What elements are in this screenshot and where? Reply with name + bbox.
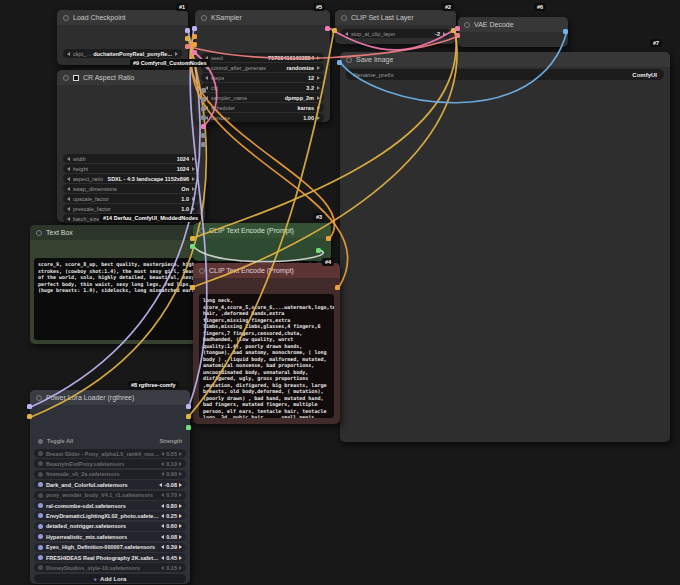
- strength-down-icon[interactable]: [161, 493, 164, 497]
- node-header[interactable]: Load Checkpoint: [57, 10, 188, 25]
- slot-model-output[interactable]: [185, 28, 190, 33]
- slot-latent-output[interactable]: [325, 26, 330, 31]
- prev-arrow-icon[interactable]: [67, 167, 70, 171]
- negative-prompt-textarea[interactable]: long neck, score_4,score_5,score_6,...wa…: [199, 294, 334, 418]
- aspect-ratio-widget[interactable]: aspect_ratioSDXL - 4:3 landscape 1152x89…: [63, 174, 199, 183]
- lora-row[interactable]: finenude_v0_2a.safetensors0.90: [34, 470, 186, 479]
- strength-up-icon[interactable]: [179, 504, 182, 508]
- next-arrow-icon[interactable]: [192, 197, 195, 201]
- slot-clip-input[interactable]: [332, 28, 337, 33]
- slot-clip-output[interactable]: [186, 414, 191, 419]
- node-cr-aspect-ratio[interactable]: CR Aspect Ratio width1024 height1024 asp…: [57, 70, 205, 222]
- strength-down-icon[interactable]: [161, 566, 164, 570]
- slot-samples-input[interactable]: [455, 26, 460, 31]
- next-arrow-icon[interactable]: [317, 86, 320, 90]
- lora-row[interactable]: detailed_notrigger.safetensors0.60: [34, 522, 186, 531]
- lora-toggle-icon[interactable]: [38, 451, 43, 456]
- lora-toggle-icon[interactable]: [38, 482, 43, 487]
- lora-toggle-icon[interactable]: [38, 534, 43, 539]
- slot-width-output[interactable]: [201, 88, 206, 93]
- node-header[interactable]: CR Aspect Ratio: [57, 70, 205, 85]
- stop-at-clip-layer-widget[interactable]: stop_at_clip_layer -2: [341, 29, 450, 38]
- lora-row[interactable]: Dark_and_Colorful.safetensors-0.08: [34, 480, 186, 489]
- slot-text-input[interactable]: [190, 244, 195, 249]
- node-header[interactable]: Save Image: [340, 52, 670, 67]
- strength-up-icon[interactable]: [179, 472, 182, 476]
- strength-up-icon[interactable]: [179, 535, 182, 539]
- next-arrow-icon[interactable]: [443, 32, 446, 36]
- strength-down-icon[interactable]: [161, 462, 164, 466]
- height-widget[interactable]: height1024: [63, 164, 199, 173]
- prev-arrow-icon[interactable]: [67, 187, 70, 191]
- prev-arrow-icon[interactable]: [67, 207, 70, 211]
- lora-row[interactable]: Eyes_High_Definition-000007.safetensors0…: [34, 543, 186, 552]
- next-arrow-icon[interactable]: [192, 157, 195, 161]
- next-arrow-icon[interactable]: [317, 96, 320, 100]
- strength-up-icon[interactable]: [179, 514, 182, 518]
- lora-toggle-icon[interactable]: [38, 472, 43, 477]
- width-widget[interactable]: width1024: [63, 154, 199, 163]
- prev-arrow-icon[interactable]: [67, 197, 70, 201]
- filename-prefix-input[interactable]: filename_prefix ComfyUI: [346, 69, 664, 80]
- strength-down-icon[interactable]: [161, 452, 164, 456]
- lora-toggle-icon[interactable]: [38, 493, 43, 498]
- lora-toggle-icon[interactable]: [38, 461, 43, 466]
- slot-model-output[interactable]: [186, 404, 191, 409]
- lora-row[interactable]: EnvyDramaticLightingXL02_photo.safetenso…: [34, 511, 186, 520]
- next-arrow-icon[interactable]: [175, 52, 178, 56]
- strength-up-icon[interactable]: [179, 545, 182, 549]
- node-graph-canvas[interactable]: #1 #5 #2 #6 #7 #9 Comfyroll_CustomNodes …: [0, 0, 680, 585]
- scheduler-widget[interactable]: schedulerkarras: [201, 103, 324, 112]
- node-power-lora-loader[interactable]: Power Lora Loader (rgthree) Toggle All S…: [30, 390, 190, 584]
- collapse-dot-icon[interactable]: [199, 228, 205, 234]
- slot-vae-output[interactable]: [185, 44, 190, 49]
- collapse-dot-icon[interactable]: [464, 22, 470, 28]
- sampler-name-widget[interactable]: sampler_namedpmpp_2m: [201, 93, 324, 102]
- collapse-dot-icon[interactable]: [201, 15, 207, 21]
- strength-down-icon[interactable]: [161, 535, 164, 539]
- strength-up-icon[interactable]: [179, 566, 182, 570]
- collapse-dot-icon[interactable]: [36, 230, 42, 236]
- lora-row[interactable]: DisneyStudios_style-10.safetensors0.15: [34, 563, 186, 572]
- strength-up-icon[interactable]: [179, 462, 182, 466]
- lora-toggle-icon[interactable]: [38, 545, 43, 550]
- slot-clip-input[interactable]: [190, 236, 195, 241]
- prev-arrow-icon[interactable]: [67, 52, 70, 56]
- next-arrow-icon[interactable]: [317, 106, 320, 110]
- node-header[interactable]: KSampler: [195, 10, 330, 25]
- node-clip-text-encode-positive[interactable]: CLIP Text Encode (Prompt): [193, 223, 331, 261]
- strength-down-icon[interactable]: [161, 545, 164, 549]
- denoise-widget[interactable]: denoise1.00: [201, 113, 324, 122]
- collapse-dot-icon[interactable]: [199, 268, 205, 274]
- slot-trigger-words-output[interactable]: [186, 425, 191, 430]
- collapse-dot-icon[interactable]: [63, 75, 69, 81]
- slot-clip-input[interactable]: [190, 285, 195, 290]
- strength-up-icon[interactable]: [179, 493, 182, 497]
- checkbox-icon[interactable]: [73, 75, 79, 81]
- lora-toggle-icon[interactable]: [38, 555, 43, 560]
- prescale-factor-widget[interactable]: prescale_factor1.0: [63, 204, 199, 213]
- prev-arrow-icon[interactable]: [67, 157, 70, 161]
- lora-row[interactable]: pony_wonder_body_V4.1_r1.safetensors0.70: [34, 491, 186, 500]
- prev-arrow-icon[interactable]: [67, 177, 70, 181]
- cfg-widget[interactable]: cfg3.2: [201, 83, 324, 92]
- slot-conditioning-output[interactable]: [326, 236, 331, 241]
- next-arrow-icon[interactable]: [192, 207, 195, 211]
- slot-clip-input[interactable]: [27, 414, 32, 419]
- slot-height-output[interactable]: [201, 97, 206, 102]
- node-header[interactable]: CLIP Text Encode (Prompt): [193, 263, 340, 278]
- upscale-factor-widget[interactable]: upscale_factor1.0: [63, 194, 199, 203]
- node-header[interactable]: CLIP Set Last Layer: [335, 10, 456, 25]
- collapse-dot-icon[interactable]: [36, 395, 42, 401]
- node-clip-set-last-layer[interactable]: CLIP Set Last Layer stop_at_clip_layer -…: [335, 10, 456, 44]
- lora-row[interactable]: ral-comombe-sdxl.safetensors0.80: [34, 501, 186, 510]
- slot-model-input[interactable]: [27, 404, 32, 409]
- strength-down-icon[interactable]: [161, 504, 164, 508]
- node-vae-decode[interactable]: VAE Decode: [458, 17, 568, 47]
- slot-upscale-factor-output[interactable]: [201, 106, 206, 111]
- lora-toggle-icon[interactable]: [38, 513, 43, 518]
- slot-model-input[interactable]: [192, 26, 197, 31]
- lora-row[interactable]: FRESHIDEAS Real Photography 2K.safetenso…: [34, 553, 186, 562]
- swap-dimensions-widget[interactable]: swap_dimensionsOn: [63, 184, 199, 193]
- slot-batch-size-output[interactable]: [201, 133, 206, 138]
